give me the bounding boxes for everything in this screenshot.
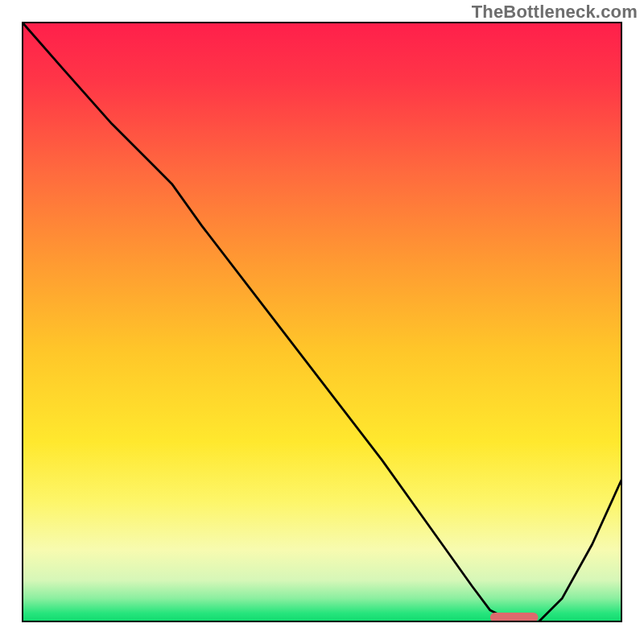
heat-background	[22, 22, 622, 622]
watermark-text: TheBottleneck.com	[472, 2, 638, 23]
plot-svg	[22, 22, 622, 622]
plot-area	[22, 22, 622, 622]
chart-frame: TheBottleneck.com	[0, 0, 644, 644]
optimal-marker	[490, 613, 539, 622]
